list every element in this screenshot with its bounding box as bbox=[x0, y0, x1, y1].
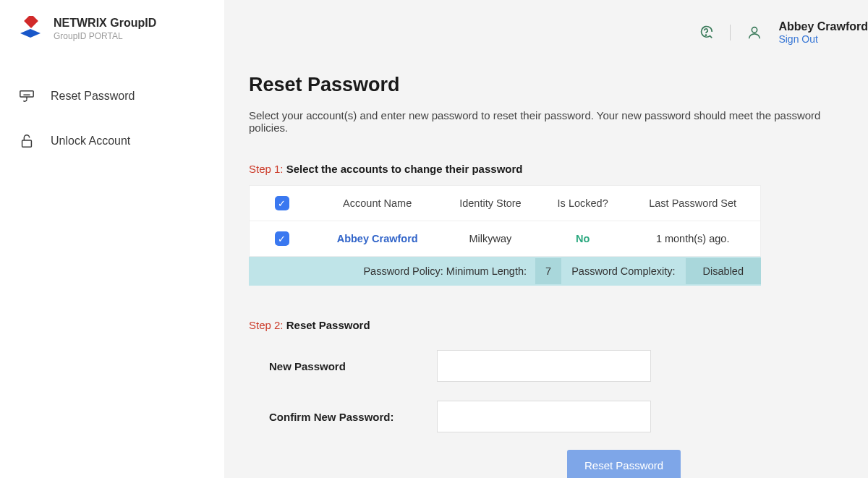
keyboard-icon bbox=[19, 88, 35, 104]
topbar-user-name: Abbey Crawford bbox=[778, 20, 868, 33]
col-is-locked: Is Locked? bbox=[540, 186, 625, 221]
policy-complexity-value: Disabled bbox=[686, 258, 761, 284]
sidebar-item-label: Unlock Account bbox=[51, 135, 130, 148]
step1-text: Select the accounts to change their pass… bbox=[286, 163, 523, 175]
content: Reset Password Select your account(s) an… bbox=[224, 45, 868, 478]
col-account-name: Account Name bbox=[315, 186, 441, 221]
sidebar-item-unlock-account[interactable]: Unlock Account bbox=[14, 119, 210, 163]
step2-prefix: Step 2: bbox=[249, 319, 284, 331]
user-icon[interactable] bbox=[746, 25, 762, 40]
unlock-icon bbox=[19, 133, 35, 149]
step2-label: Step 2: Reset Password bbox=[249, 319, 846, 331]
step2-text: Reset Password bbox=[286, 319, 370, 331]
svg-rect-7 bbox=[22, 140, 32, 147]
policy-complexity-label: Password Complexity: bbox=[561, 265, 685, 277]
sidebar-item-reset-password[interactable]: Reset Password bbox=[14, 74, 210, 119]
table-row: ✓ Abbey Crawford Milkyway No 1 month(s) … bbox=[250, 221, 761, 257]
sidebar-item-label: Reset Password bbox=[51, 90, 135, 103]
select-all-checkbox[interactable]: ✓ bbox=[275, 196, 289, 210]
cell-is-locked: No bbox=[576, 233, 590, 244]
sign-out-link[interactable]: Sign Out bbox=[778, 33, 868, 45]
col-identity-store: Identity Store bbox=[441, 186, 540, 221]
brand-subtitle: GroupID PORTAL bbox=[54, 31, 156, 41]
confirm-password-label: Confirm New Password: bbox=[249, 411, 437, 423]
col-last-password-set: Last Password Set bbox=[625, 186, 760, 221]
brand-block: NETWRIX GroupID GroupID PORTAL bbox=[14, 16, 210, 42]
account-name-link[interactable]: Abbey Crawford bbox=[337, 233, 418, 244]
confirm-password-input[interactable] bbox=[437, 401, 651, 432]
policy-min-length-label: Password Policy: Minimum Length: bbox=[363, 265, 535, 277]
topbar-divider bbox=[730, 25, 731, 40]
svg-point-9 bbox=[752, 27, 757, 33]
confirm-password-row: Confirm New Password: bbox=[249, 401, 846, 432]
step1-label: Step 1: Select the accounts to change th… bbox=[249, 163, 846, 175]
topbar: Abbey Crawford Sign Out bbox=[224, 0, 868, 45]
new-password-input[interactable] bbox=[437, 350, 651, 382]
brand-logo-icon bbox=[17, 16, 43, 42]
svg-rect-1 bbox=[20, 91, 33, 97]
row-checkbox[interactable]: ✓ bbox=[275, 231, 289, 246]
accounts-table: ✓ Account Name Identity Store Is Locked?… bbox=[249, 185, 761, 257]
page-title: Reset Password bbox=[249, 74, 846, 96]
main-area: Abbey Crawford Sign Out Reset Password S… bbox=[224, 0, 868, 478]
step1-prefix: Step 1: bbox=[249, 163, 284, 175]
help-icon[interactable] bbox=[698, 25, 714, 40]
brand-name: NETWRIX GroupID bbox=[54, 17, 156, 30]
reset-password-button[interactable]: Reset Password bbox=[567, 450, 681, 478]
cell-identity-store: Milkyway bbox=[441, 221, 540, 257]
policy-min-length-value: 7 bbox=[535, 258, 561, 284]
new-password-label: New Password bbox=[249, 360, 437, 372]
svg-rect-0 bbox=[24, 16, 38, 28]
table-header-row: ✓ Account Name Identity Store Is Locked?… bbox=[250, 186, 761, 221]
topbar-user-block: Abbey Crawford Sign Out bbox=[778, 20, 868, 45]
sidebar: NETWRIX GroupID GroupID PORTAL Reset Pas… bbox=[0, 0, 224, 478]
password-policy-row: Password Policy: Minimum Length: 7 Passw… bbox=[249, 257, 761, 286]
new-password-row: New Password bbox=[249, 350, 846, 382]
page-description: Select your account(s) and enter new pas… bbox=[249, 109, 846, 134]
brand-text: NETWRIX GroupID GroupID PORTAL bbox=[54, 17, 156, 41]
svg-point-8 bbox=[706, 35, 707, 35]
cell-last-password-set: 1 month(s) ago. bbox=[625, 221, 760, 257]
